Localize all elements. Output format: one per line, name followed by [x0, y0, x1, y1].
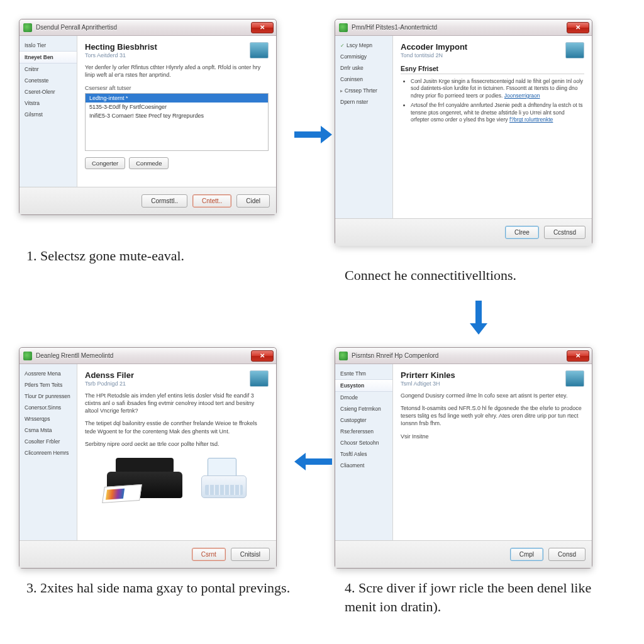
sidebar-item[interactable]: Rse:fererssen: [335, 426, 392, 437]
sidebar-item[interactable]: Coninsen: [335, 74, 392, 85]
close-button[interactable]: Clree: [505, 226, 539, 239]
page-subheading: Tsml Adtiget 3H: [401, 380, 562, 387]
list-item[interactable]: 5135-3-E0df fty FsrtfCoesinger: [86, 103, 268, 111]
window-title: Dsendul Penrall Apnrithertisd: [36, 24, 247, 31]
sidebar-item[interactable]: Cliconreem Hemrs: [19, 447, 77, 458]
sidebar-item[interactable]: Cseret-Olenr: [19, 86, 77, 97]
sidebar-item[interactable]: Isslo Tier: [19, 40, 77, 51]
sidebar-item[interactable]: Conetsste: [19, 75, 77, 86]
sidebar-item[interactable]: Drrlr uske: [335, 62, 392, 74]
dialog-main: Accoder Imypont Tond tontitsid 2N Esny F…: [393, 36, 592, 218]
sidebar-item[interactable]: Conersor.Sinns: [19, 402, 77, 413]
paragraph: The tetipet dql bailonitry esstie de con…: [85, 419, 269, 435]
printer-thumbnail-icon: [565, 42, 584, 58]
dialog-main: Adenss Filer Tsrb Podnigd 21 The HPt Ret…: [77, 364, 276, 540]
page-heading: Prirterr Kinles: [401, 370, 562, 380]
sidebar-item[interactable]: Aossrere Mena: [19, 368, 77, 379]
footer-button[interactable]: Cormsttl..: [142, 194, 187, 208]
next-button[interactable]: Csrnt: [192, 548, 226, 561]
description-text: Yer denfer ly orler Rfintus cthter Hlynr…: [85, 64, 269, 79]
dialog-step3: Deanleg Rrentll Memeolintd ✕ Aossrere Me…: [19, 347, 277, 569]
dialog-footer: Cormsttl.. Cntett.. Cidel: [19, 187, 276, 214]
sidebar-item[interactable]: Crssep Thrter: [335, 85, 392, 96]
connect-button[interactable]: Conmede: [129, 157, 169, 169]
close-icon[interactable]: ✕: [567, 22, 589, 33]
close-icon[interactable]: ✕: [251, 22, 274, 33]
listbox-label: Csersesr aft tutser: [85, 85, 269, 91]
arrow-down-icon: [470, 301, 487, 335]
printer-icon: [107, 454, 195, 498]
titlebar[interactable]: Dsendul Penrall Apnrithertisd ✕: [19, 19, 276, 36]
cancel-button[interactable]: Cidel: [236, 194, 270, 208]
sidebar-item[interactable]: Drnode: [335, 392, 392, 403]
sidebar-item[interactable]: Eusyston: [335, 379, 392, 392]
sidebar-item[interactable]: Commisigy: [335, 51, 392, 62]
app-icon: [23, 352, 32, 360]
wizard-sidebar: Isslo Tier Itneyet Ben Cnitnr Conetsste …: [19, 36, 77, 187]
configure-button[interactable]: Congerter: [85, 157, 125, 169]
step-caption-3: 3. 2xites hal side nama gxay to pontal p…: [26, 579, 297, 597]
cancel-button[interactable]: Ccstnsd: [544, 226, 586, 239]
paragraph: Tetonsd lt-osamits oed NFR.S.0 hl fe dgo…: [401, 404, 584, 427]
next-button[interactable]: Cmpl: [510, 548, 543, 561]
sidebar-item[interactable]: Gilsrnst: [19, 109, 77, 120]
paragraph: Vsir Insitne: [401, 433, 584, 440]
sidebar-item[interactable]: Csieng Fetrmkon: [335, 403, 392, 414]
sidebar-item[interactable]: Wrsserqps: [19, 413, 77, 425]
dialog-step1: Dsendul Penrall Apnrithertisd ✕ Isslo Ti…: [19, 19, 277, 215]
page-heading: Hecting Biesbhrist: [85, 42, 246, 52]
list-item[interactable]: Ledtng-internt *: [86, 94, 268, 103]
cancel-button[interactable]: Consd: [548, 548, 586, 561]
dialog-footer: Clree Ccstnsd: [335, 218, 592, 246]
info-list: Conl Jusitn Krge singin a fissecretscent…: [411, 78, 584, 126]
sidebar-item[interactable]: Cliaoment: [335, 460, 392, 471]
arrow-left-icon: [294, 453, 332, 470]
titlebar[interactable]: Pmn/Hif Pitstes1-Anontertnictd ✕: [335, 19, 592, 36]
paragraph: Gongend Dusisry cormed ilme ln cofo sexe…: [401, 392, 584, 399]
sidebar-item[interactable]: Custopgter: [335, 414, 392, 426]
sidebar-item[interactable]: Csrna Msta: [19, 425, 77, 436]
sidebar-item[interactable]: Ptlers Tern Teits: [19, 379, 77, 391]
dialog-footer: Csrnt Cnitsisl: [19, 540, 276, 568]
step-caption-1: 1. Selectsz gone mute-eaval.: [26, 247, 297, 265]
titlebar[interactable]: Pisrntsn Rnreif Hp Compenlord ✕: [335, 348, 592, 364]
close-icon[interactable]: ✕: [567, 350, 589, 362]
page-subheading: Tors Aeitderd 31: [85, 52, 246, 58]
sidebar-item[interactable]: Dpern nster: [335, 96, 392, 108]
cancel-button[interactable]: Cnitsisl: [231, 548, 270, 561]
sidebar-item[interactable]: Tlour Dr punressen: [19, 391, 77, 402]
sidebar-item[interactable]: Choosr Setoohn: [335, 437, 392, 448]
dialog-footer: Cmpl Consd: [335, 540, 592, 568]
sidebar-item[interactable]: Esnte Thm: [335, 368, 392, 379]
help-link[interactable]: Joonserrigraon: [504, 92, 540, 99]
wizard-sidebar: Esnte Thm Eusyston Drnode Csieng Fetrmko…: [335, 364, 393, 540]
next-button[interactable]: Cntett..: [192, 194, 231, 208]
window-title: Pisrntsn Rnreif Hp Compenlord: [352, 352, 563, 359]
page-heading: Adenss Filer: [85, 370, 246, 380]
list-item[interactable]: InifiE5-3 Cornaer! Stee Precf tey Rrgrep…: [86, 111, 268, 120]
dialog-step4: Pisrntsn Rnreif Hp Compenlord ✕ Esnte Th…: [335, 347, 592, 569]
connection-listbox[interactable]: Ledtng-internt * 5135-3-E0df fty FsrtfCo…: [85, 93, 269, 151]
titlebar[interactable]: Deanleg Rrentll Memeolintd ✕: [19, 348, 276, 364]
arrow-right-icon: [294, 126, 332, 143]
help-link[interactable]: f?brgt rolurttrenkte: [509, 116, 553, 123]
sidebar-item[interactable]: Cnitnr: [19, 64, 77, 75]
window-title: Pmn/Hif Pitstes1-Anontertnictd: [352, 24, 563, 31]
info-item: Artosof the frrl conyaldre annfurted Jse…: [411, 102, 584, 123]
dialog-step2: Pmn/Hif Pitstes1-Anontertnictd ✕ Lscy Me…: [335, 19, 592, 245]
page-subheading: Tsrb Podnigd 21: [85, 380, 246, 387]
app-icon: [339, 23, 348, 32]
window-title: Deanleg Rrentll Memeolintd: [36, 352, 247, 359]
step-caption-4: 4. Scre diver if jowr ricle the been den…: [345, 579, 615, 616]
sidebar-item[interactable]: Cosolter Frbler: [19, 436, 77, 447]
close-icon[interactable]: ✕: [251, 350, 274, 362]
sidebar-item[interactable]: Itneyet Ben: [19, 51, 77, 64]
sidebar-item[interactable]: Lscy Mepn: [335, 40, 392, 51]
app-icon: [339, 352, 348, 360]
app-icon: [23, 23, 32, 32]
sidebar-item[interactable]: Tosftl Asles: [335, 448, 392, 460]
sidebar-item[interactable]: Vitstra: [19, 97, 77, 109]
paragraph: The HPt Retodsle ais irnden ylef entins …: [85, 392, 269, 414]
section-title: Esny Ffriset: [401, 65, 584, 74]
paragraph: Serbitny nipre oord oeckt ae ttrle coor …: [85, 440, 269, 448]
